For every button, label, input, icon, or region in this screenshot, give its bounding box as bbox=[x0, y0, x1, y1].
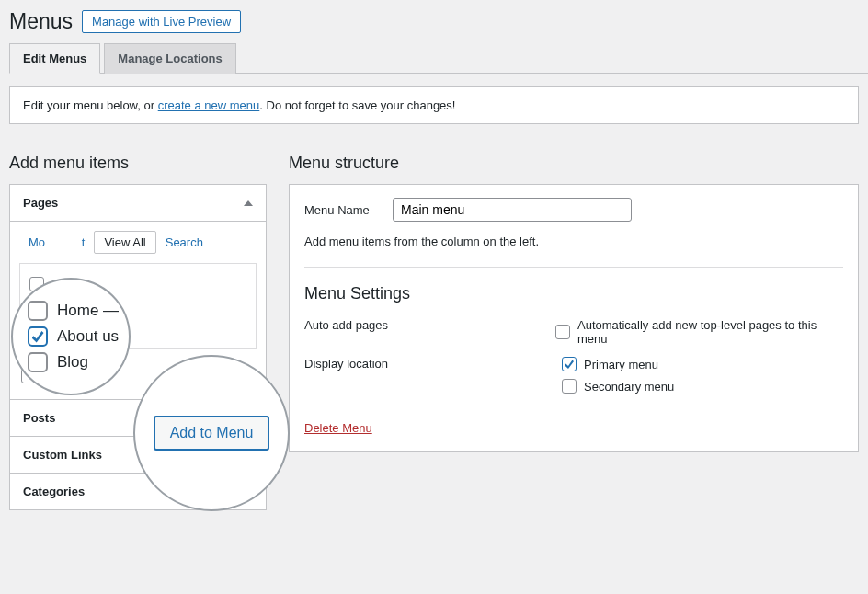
tabs: Edit Menus Manage Locations bbox=[9, 43, 868, 74]
subtab-view-all[interactable]: View All bbox=[94, 231, 155, 254]
select-all-row[interactable]: Select All bbox=[19, 365, 94, 387]
page-title: Menus bbox=[9, 9, 73, 34]
subtab-most-recent[interactable]: Mo t bbox=[19, 232, 94, 253]
notice-text-suffix: . Do not forget to save your changes! bbox=[259, 98, 455, 112]
menu-structure-hint: Add menu items from the column on the le… bbox=[290, 234, 858, 267]
primary-menu-label: Primary menu bbox=[584, 358, 658, 371]
notice: Edit your menu below, or create a new me… bbox=[9, 86, 859, 124]
delete-menu-link[interactable]: Delete Menu bbox=[304, 421, 372, 435]
menu-name-label: Menu Name bbox=[304, 203, 378, 217]
callout-add-to-menu-button[interactable]: Add to Menu bbox=[154, 416, 270, 451]
auto-add-option[interactable]: Automatically add new top-level pages to… bbox=[555, 318, 843, 346]
accordion-categories: Categories bbox=[9, 474, 267, 510]
tab-edit-menus[interactable]: Edit Menus bbox=[9, 43, 100, 74]
checkbox-auto-add[interactable] bbox=[555, 325, 570, 339]
checkbox-home[interactable] bbox=[29, 277, 44, 291]
select-all-label: Select All bbox=[43, 370, 92, 383]
tab-manage-locations[interactable]: Manage Locations bbox=[104, 43, 235, 74]
chevron-down-icon bbox=[244, 489, 253, 495]
accordion-custom-links-label: Custom Links bbox=[23, 448, 102, 462]
menu-structure-title: Menu structure bbox=[289, 154, 859, 173]
menu-settings-title: Menu Settings bbox=[290, 268, 858, 313]
chevron-down-icon bbox=[244, 452, 253, 458]
auto-add-label: Auto add pages bbox=[304, 318, 555, 332]
page-item-blog[interactable]: Blog bbox=[28, 317, 248, 339]
menu-name-input[interactable] bbox=[393, 198, 632, 222]
notice-text-prefix: Edit your menu below, or bbox=[23, 98, 158, 112]
subtab-search[interactable]: Search bbox=[156, 232, 212, 253]
page-item-home[interactable]: Home — Front Page bbox=[28, 273, 248, 295]
accordion-pages-header[interactable]: Pages bbox=[10, 185, 266, 222]
create-new-menu-link[interactable]: create a new menu bbox=[158, 98, 260, 112]
auto-add-text: Automatically add new top-level pages to… bbox=[577, 318, 843, 346]
accordion-categories-label: Categories bbox=[23, 485, 85, 498]
menu-structure-box: Menu Name Add menu items from the column… bbox=[289, 184, 859, 452]
accordion-pages: Pages Mo t View All Search Home — Front … bbox=[9, 184, 267, 400]
accordion-pages-label: Pages bbox=[23, 196, 58, 210]
chevron-up-icon bbox=[244, 200, 253, 206]
display-location-label: Display location bbox=[304, 357, 562, 371]
checkbox-secondary-menu[interactable] bbox=[562, 379, 577, 394]
checkbox-primary-menu[interactable] bbox=[562, 357, 577, 371]
secondary-menu-label: Secondary menu bbox=[584, 380, 674, 394]
location-secondary[interactable]: Secondary menu bbox=[562, 379, 674, 394]
checkbox-select-all[interactable] bbox=[21, 369, 36, 383]
accordion-posts-label: Posts bbox=[23, 411, 55, 425]
pages-checklist: Home — Front Page About us Blog bbox=[19, 263, 257, 349]
accordion-categories-header[interactable]: Categories bbox=[10, 474, 266, 509]
location-primary[interactable]: Primary menu bbox=[562, 357, 674, 371]
manage-live-preview-button[interactable]: Manage with Live Preview bbox=[82, 10, 241, 33]
add-menu-items-title: Add menu items bbox=[9, 154, 267, 173]
